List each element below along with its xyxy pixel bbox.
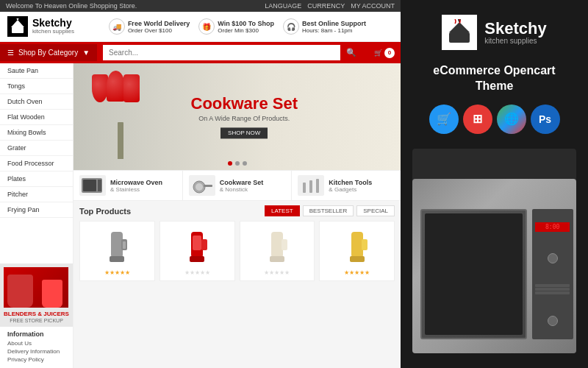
brand-tagline: kitchen supplies — [484, 37, 546, 45]
svg-rect-6 — [83, 180, 96, 191]
sidebar-item-tongs[interactable]: Tongs — [0, 79, 73, 94]
product-card-4[interactable]: ★★★★★ — [319, 221, 395, 281]
chevron-down-icon: ▼ — [82, 49, 90, 57]
headset-icon: 🎧 — [283, 18, 299, 35]
product-stars-1: ★★★★★ — [85, 269, 150, 276]
pan-2 — [107, 71, 125, 102]
product-stars-2: ★★★★★ — [165, 269, 230, 276]
sidebar-info-title: Information — [7, 330, 65, 338]
feature-row: Microwave Oven & Stainless Cookware Set — [74, 170, 401, 201]
product-img-1 — [85, 226, 150, 266]
delivery-icon: 🚚 — [109, 18, 125, 35]
product-stars-3: ★★★★★ — [245, 269, 310, 276]
center-content: Cookware Set On A Wide Range Of Products… — [74, 63, 401, 368]
svg-rect-28 — [449, 32, 470, 43]
slider-dot-3[interactable] — [243, 161, 247, 166]
logo-icon — [7, 16, 28, 37]
products-tabs: LATEST BESTSELLER SPECIAL — [265, 205, 395, 216]
products-grid: ★★★★★ ★★★★★ — [79, 221, 395, 281]
tab-latest[interactable]: LATEST — [265, 205, 300, 216]
svg-rect-9 — [204, 185, 212, 187]
svg-rect-15 — [110, 256, 124, 262]
hero-text: Cookware Set On A Wide Range Of Products… — [191, 95, 298, 138]
brand-icon — [442, 15, 477, 50]
blender-shape-1 — [7, 275, 33, 308]
sidebar-banner-subtitle: FREE STORE PICKUP — [4, 318, 69, 323]
svg-rect-24 — [282, 239, 287, 250]
logo[interactable]: Sketchy kitchen supplies — [7, 16, 74, 37]
top-bar: Welcome To Heaven Online Shopping Store.… — [0, 0, 401, 12]
microwave-panel: 8:00 — [532, 209, 573, 339]
product-stars-4: ★★★★★ — [324, 269, 390, 276]
panel-buttons — [535, 284, 570, 294]
tab-special[interactable]: SPECIAL — [356, 205, 395, 216]
tools-thumb — [298, 175, 324, 196]
pan-1 — [92, 74, 108, 102]
cart-tech-icon: 🛒 — [429, 105, 459, 134]
sidebar-item-flat[interactable]: Flat Wooden — [0, 110, 73, 125]
tech-icons: 🛒 ⊞ 🌐 Ps — [429, 105, 560, 134]
svg-rect-0 — [12, 27, 24, 33]
search-bar: 🔍 — [103, 45, 362, 60]
right-panel: Sketchy kitchen supplies eCommerce Openc… — [401, 0, 588, 368]
feature-tools[interactable]: Kitchen Tools & Gadgets — [292, 171, 401, 200]
sidebar-item-processor[interactable]: Food Processor — [0, 156, 73, 171]
feature-microwave[interactable]: Microwave Oven & Stainless — [74, 171, 183, 200]
language-selector[interactable]: LANGUAGE — [265, 2, 301, 10]
product-img-4 — [324, 226, 390, 266]
sidebar-item-pitcher[interactable]: Pitcher — [0, 187, 73, 202]
sidebar-item-saute[interactable]: Saute Pan — [0, 63, 73, 79]
search-input[interactable] — [103, 45, 340, 60]
account-menu[interactable]: MY ACCOUNT — [351, 2, 395, 10]
win-info: 🎁 Win $100 To Shop Order Min $300 — [198, 18, 274, 35]
sidebar-item-dutch[interactable]: Dutch Oven — [0, 94, 73, 110]
products-section: Top Products LATEST BESTSELLER SPECIAL — [74, 201, 401, 368]
hamburger-icon: ☰ — [7, 49, 14, 57]
support-info: 🎧 Best Online Support Hours: 8am - 11pm — [283, 18, 366, 35]
feature-text-cookware: Cookware Set & Nonstick — [220, 179, 264, 193]
sidebar-item-frying[interactable]: Frying Pan — [0, 202, 73, 218]
panel-btn-2 — [535, 288, 570, 291]
slider-dots — [228, 161, 247, 166]
currency-selector[interactable]: CURRENCY — [307, 2, 345, 10]
product-card-3[interactable]: ★★★★★ — [240, 221, 315, 281]
microwave-thumb — [79, 175, 106, 196]
svg-rect-14 — [111, 232, 123, 258]
sidebar-item-plates[interactable]: Plates — [0, 171, 73, 187]
sidebar-item-mixing[interactable]: Mixing Bowls — [0, 125, 73, 141]
main-content: Saute Pan Tongs Dutch Oven Flat Wooden M… — [0, 63, 401, 368]
microwave-door-inner — [425, 213, 523, 335]
brand-name: Sketchy — [484, 21, 546, 37]
slider-dot-2[interactable] — [235, 161, 240, 166]
brand-section: Sketchy kitchen supplies — [442, 15, 546, 50]
responsive-tech-icon: ⊞ — [463, 105, 492, 134]
sidebar-banner[interactable]: BLENDERS & JUICERS FREE STORE PICKUP — [0, 263, 73, 327]
svg-rect-7 — [98, 180, 101, 191]
svg-rect-26 — [350, 256, 365, 262]
shop-now-button[interactable]: SHOP NOW — [220, 127, 268, 138]
ps-tech-icon: Ps — [531, 105, 560, 134]
product-card-1[interactable]: ★★★★★ — [79, 221, 155, 281]
store-preview: Welcome To Heaven Online Shopping Store.… — [0, 0, 401, 368]
cart-area[interactable]: 🛒 0 — [368, 45, 401, 61]
sidebar-banner-image — [4, 267, 68, 308]
svg-rect-25 — [351, 232, 363, 258]
sidebar-privacy[interactable]: Privacy Policy — [7, 356, 65, 363]
microwave-area: 8:00 — [412, 149, 576, 353]
sidebar-item-grater[interactable]: Grater — [0, 141, 73, 156]
tab-bestseller[interactable]: BESTSELLER — [303, 205, 354, 216]
hero-slider: Cookware Set On A Wide Range Of Products… — [74, 63, 401, 170]
sidebar-delivery[interactable]: Delivery Information — [7, 348, 65, 355]
product-card-2[interactable]: ★★★★★ — [159, 221, 235, 281]
logo-text: Sketchy kitchen supplies — [32, 18, 74, 35]
microwave-body: 8:00 — [412, 179, 576, 353]
slider-dot-1[interactable] — [228, 161, 232, 166]
products-title: Top Products — [79, 207, 131, 216]
sidebar-about[interactable]: About Us — [7, 340, 65, 347]
search-button[interactable]: 🔍 — [340, 45, 362, 60]
feature-cookware[interactable]: Cookware Set & Nonstick — [183, 171, 293, 200]
header: Sketchy kitchen supplies 🚚 Free World De… — [0, 12, 401, 42]
hero-subtitle: On A Wide Range Of Products. — [191, 115, 298, 122]
category-button[interactable]: ☰ Shop By Category ▼ — [0, 44, 97, 61]
sidebar-banner-title: BLENDERS & JUICERS — [4, 311, 69, 318]
